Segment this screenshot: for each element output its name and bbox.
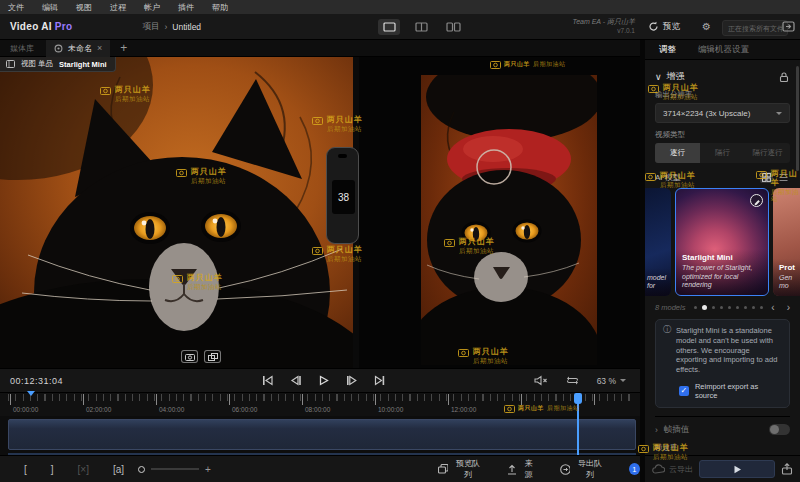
ruler-tick-label: 00:00:00 (13, 406, 38, 413)
viewer-mode-badge: 视图 单品 Starlight Mini (0, 57, 116, 72)
sidebar-scrollbar[interactable] (796, 66, 799, 171)
model-card-caption: ProtGen mo (773, 259, 800, 297)
preview-viewer[interactable]: 视图 单品 Starlight Mini 38 (0, 57, 640, 368)
split-view-button[interactable] (410, 19, 432, 35)
export-queue-button[interactable]: 导出队列 (560, 458, 605, 480)
section-divider (655, 416, 790, 417)
new-tab-button[interactable]: + (120, 43, 127, 53)
video-type-1[interactable]: 隔行 (700, 143, 745, 163)
breadcrumb-name[interactable]: Untitled (172, 22, 201, 32)
source-button[interactable]: 来源 (507, 458, 536, 480)
step-forward-icon[interactable] (346, 375, 357, 386)
skip-start-icon[interactable] (262, 375, 273, 386)
resolution-dropdown[interactable]: 3714×2234 (3x Upscale) (655, 103, 790, 123)
ai-model-header: AI 模型 (655, 172, 790, 183)
interpolation-toggle[interactable] (769, 424, 790, 435)
resolution-label: 输出分辨率 (655, 90, 790, 100)
share-icon[interactable] (781, 463, 793, 475)
carousel-dot[interactable] (744, 306, 747, 309)
carousel-dot[interactable] (752, 306, 755, 309)
carousel-dot[interactable] (702, 305, 707, 310)
list-view-icon[interactable] (777, 172, 790, 183)
carousel-prev-button[interactable]: ‹ (771, 302, 774, 313)
crop-button[interactable]: [a] (113, 464, 124, 475)
model-card-selected[interactable]: Starlight MiniThe power of Starlight, op… (675, 188, 769, 296)
framerate-label: 帧速率 (655, 443, 790, 453)
checkbox-checked[interactable]: ✓ (679, 386, 689, 396)
breadcrumb-project[interactable]: 项目 (142, 21, 159, 33)
preview-queue-button[interactable]: 预览队列 (438, 458, 483, 480)
close-tab-icon[interactable]: × (97, 43, 102, 53)
model-card-partial[interactable]: model for (645, 188, 671, 296)
carousel-next-button[interactable]: › (787, 302, 790, 313)
mute-icon[interactable] (534, 375, 548, 386)
side-by-side-view-button[interactable] (442, 19, 464, 35)
menu-item[interactable]: 文件 (8, 2, 24, 13)
preview-button[interactable]: 预览 (648, 21, 680, 33)
lock-icon[interactable] (778, 71, 790, 83)
slider-knob[interactable] (138, 466, 145, 473)
tab-adjust[interactable]: 调整 (659, 44, 676, 56)
menu-item[interactable]: 帐户 (144, 2, 160, 13)
breadcrumb: 项目 › Untitled (142, 21, 201, 33)
media-library-item[interactable]: 媒体库 (10, 43, 34, 54)
zoom-level-value: 63 % (597, 376, 616, 386)
video-type-2[interactable]: 隔行逐行 (745, 143, 790, 163)
clip-icon (54, 44, 63, 53)
step-back-icon[interactable] (290, 375, 301, 386)
menu-item[interactable]: 视图 (76, 2, 92, 13)
interpolation-section-header[interactable]: › 帧插值 (655, 424, 790, 436)
cloud-export-button[interactable]: 云导出 (652, 464, 693, 475)
zoom-level-dropdown[interactable]: 63 % (597, 376, 626, 386)
render-preview-button[interactable] (699, 460, 775, 478)
model-info-text: Starlight Mini is a standalone model and… (676, 326, 782, 375)
carousel-dot[interactable] (760, 306, 763, 309)
queue-count-badge: 1 (629, 463, 640, 475)
ruler-major-tick (10, 394, 11, 405)
source-label: 来源 (521, 458, 536, 480)
ruler-major-tick (521, 394, 522, 405)
menu-item[interactable]: 帮助 (212, 2, 228, 13)
mark-in-button[interactable]: [ (24, 464, 27, 475)
mark-out-button[interactable]: ] (51, 464, 54, 475)
tab-untitled[interactable]: 未命名 × (46, 40, 110, 57)
playhead[interactable] (577, 393, 579, 455)
reimport-option[interactable]: ✓ Reimport export as source (679, 382, 782, 400)
carousel-dot[interactable] (736, 306, 739, 309)
export-queue-icon (560, 464, 570, 475)
menu-item[interactable]: 编辑 (42, 2, 58, 13)
clear-marks-button[interactable]: [×] (78, 464, 89, 475)
timeline-ruler[interactable]: 00:00:0002:00:0004:00:0006:00:0008:00:00… (0, 392, 640, 416)
enhance-section-header[interactable]: ∨ 增强 (655, 70, 790, 83)
video-type-0[interactable]: 逐行 (655, 143, 700, 163)
snapshot-button[interactable] (181, 350, 198, 363)
compare-button[interactable] (204, 350, 221, 363)
export-actions: 云导出 (645, 455, 800, 482)
model-card-partial[interactable]: ProtGen mo (773, 188, 800, 296)
search-input[interactable] (722, 20, 788, 36)
in-point-marker[interactable] (27, 391, 35, 396)
carousel-dot[interactable] (712, 306, 715, 309)
loop-icon[interactable] (566, 375, 579, 386)
skip-end-icon[interactable] (374, 375, 385, 386)
video-clip[interactable] (8, 419, 636, 450)
grid-view-icon[interactable] (760, 172, 773, 183)
preview-queue-label: 预览队列 (453, 458, 483, 480)
edit-model-badge[interactable] (750, 194, 763, 207)
model-info-box: ⓘ Starlight Mini is a standalone model a… (655, 319, 790, 408)
export-panel-icon[interactable] (782, 21, 795, 32)
playhead-handle[interactable] (574, 393, 582, 404)
zoom-in-button[interactable]: + (205, 464, 211, 475)
timeline-zoom-slider[interactable]: + (138, 464, 211, 475)
tab-render-settings[interactable]: 编辑机器设置 (698, 44, 749, 56)
menu-item[interactable]: 插件 (178, 2, 194, 13)
carousel-dot[interactable] (720, 306, 723, 309)
menu-item[interactable]: 过程 (110, 2, 126, 13)
carousel-dot[interactable] (694, 306, 697, 309)
film-icon (6, 60, 15, 68)
play-icon[interactable] (318, 375, 329, 386)
carousel-dot[interactable] (728, 306, 731, 309)
single-view-button[interactable] (378, 19, 400, 35)
gear-icon[interactable]: ⚙ (702, 21, 711, 32)
ruler-major-tick (302, 394, 303, 405)
